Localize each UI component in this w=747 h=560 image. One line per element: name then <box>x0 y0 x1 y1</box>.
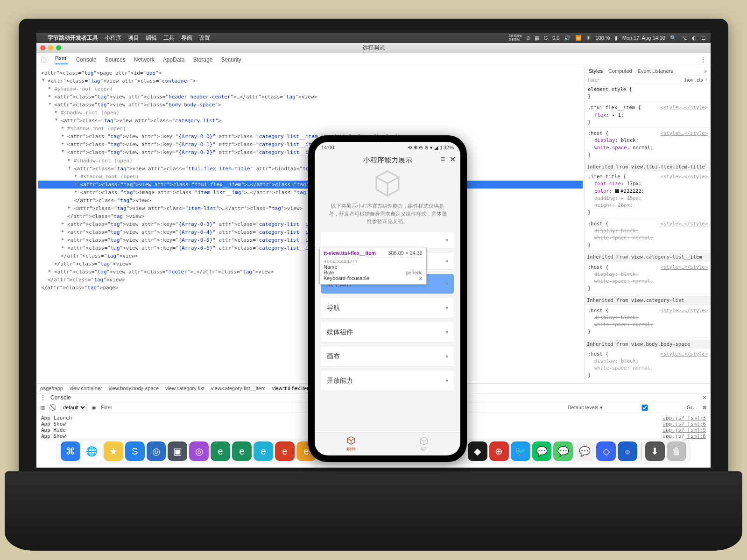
category-item[interactable]: 媒体组件▾ <box>321 322 454 342</box>
hover-toggle[interactable]: :hov <box>684 77 693 83</box>
window-control[interactable] <box>56 45 61 50</box>
phone-menu-icon[interactable]: ≡ <box>441 155 445 164</box>
breadcrumb-item[interactable]: view.category-list__item <box>211 385 266 391</box>
breadcrumb-item[interactable]: view.category-list <box>165 385 204 391</box>
drawer-close-icon[interactable]: ✕ <box>702 394 707 401</box>
dock-app[interactable]: 💬 <box>575 441 594 461</box>
context-select[interactable]: default <box>61 404 87 411</box>
dock-app[interactable]: ★ <box>104 441 123 461</box>
tree-node[interactable]: #shadow-root (open) <box>38 125 583 133</box>
menubar-item[interactable]: 编辑 <box>146 34 157 42</box>
css-rule[interactable]: :host {<style>…</style>display: block;wh… <box>588 220 708 249</box>
dock-app[interactable]: ⊕ <box>489 441 509 461</box>
dock-app[interactable]: 💬 <box>553 441 573 461</box>
category-item[interactable]: 开放能力▾ <box>321 371 454 391</box>
devtools-tab-security[interactable]: Security <box>221 56 241 63</box>
console-filter[interactable] <box>101 405 176 410</box>
dock-app[interactable]: ▣ <box>168 441 187 461</box>
dock-app[interactable]: e <box>232 441 252 461</box>
category-item[interactable]: tt-view.ttui-flex__item308.09 × 24.36 AC… <box>321 274 454 294</box>
styles-filter[interactable]: Filter <box>588 77 599 83</box>
tree-node[interactable]: <attr">class="tag">view attr">:key="{Arr… <box>38 133 583 140</box>
dock-app[interactable]: e <box>254 441 273 461</box>
css-rule[interactable]: element.style {} <box>588 86 708 100</box>
menubar-item[interactable]: 界面 <box>181 34 192 42</box>
styles-tab[interactable]: Computed <box>608 68 632 74</box>
category-item[interactable]: 导航▾ <box>321 298 454 318</box>
devtools-tab-console[interactable]: Console <box>76 56 97 63</box>
devtools-tab-appdata[interactable]: AppData <box>163 56 185 63</box>
dock-app[interactable]: ◎ <box>189 441 209 461</box>
spotlight-icon[interactable]: 🔍 <box>670 35 677 41</box>
console-settings-icon[interactable]: ⚙ <box>702 405 707 411</box>
css-rule[interactable]: .ttui-flex__item {<style>…</style>flex: … <box>588 104 708 126</box>
phone-tab-组件[interactable]: 组件 <box>315 433 388 455</box>
more-icon[interactable]: » <box>704 68 707 74</box>
dock-app[interactable]: e <box>275 441 295 461</box>
css-rule[interactable]: :host {<style>…</style>display: block;wh… <box>588 307 708 336</box>
more-icon[interactable]: ⋮ <box>700 56 706 63</box>
dock-app[interactable]: S <box>125 441 145 461</box>
drawer-menu-icon[interactable]: ⋮ <box>40 394 46 401</box>
notifications-icon[interactable]: ☰ <box>701 35 706 41</box>
phone-close-icon[interactable]: ✕ <box>450 155 456 164</box>
menubar-item[interactable]: 项目 <box>128 34 139 42</box>
sidebar-toggle-icon[interactable]: ▥ <box>40 405 45 411</box>
tree-node[interactable]: #shadow-root (open) <box>38 85 583 93</box>
group-similar-checkbox[interactable] <box>607 405 682 411</box>
battery-text: 100 % <box>595 35 610 41</box>
chevron-down-icon: ▾ <box>446 238 448 243</box>
dock-app[interactable]: ⌘ <box>61 441 80 461</box>
filter-eye-icon[interactable]: ◉ <box>92 405 96 411</box>
window-control[interactable] <box>40 45 45 50</box>
menubar-item[interactable]: 小程序 <box>105 34 121 42</box>
dock-app[interactable]: ◆ <box>468 441 487 461</box>
phone-tab-API[interactable]: API <box>388 433 460 455</box>
dock-app[interactable]: 💬 <box>532 441 552 461</box>
menubar-item[interactable]: 工具 <box>163 34 175 42</box>
tree-node[interactable]: <attr">class="tag">view attr">class="hea… <box>38 93 583 101</box>
clear-console-icon[interactable] <box>49 404 56 411</box>
devtools-tab-storage[interactable]: Storage <box>193 56 212 63</box>
tree-node[interactable]: <attr">class="tag">view attr">class="cat… <box>38 117 583 125</box>
control-center-icon[interactable]: ⌥ <box>681 35 687 41</box>
window-control[interactable] <box>48 45 53 50</box>
inspect-icon[interactable]: ⬚ <box>41 56 47 63</box>
dock-app[interactable]: ⬇ <box>645 441 665 461</box>
styles-tab[interactable]: Event Listeners <box>638 68 673 74</box>
dock-app[interactable]: 🗑 <box>667 441 686 461</box>
dock-app[interactable]: e <box>211 441 230 461</box>
breadcrumb-item[interactable]: view.body.body-space <box>109 385 159 391</box>
dock-app[interactable]: 🌐 <box>82 441 102 461</box>
devtools-tab-bxml[interactable]: Bxml <box>55 55 68 64</box>
dock-app[interactable]: 🐦 <box>511 441 530 461</box>
log-levels[interactable]: Default levels ▾ <box>568 405 603 411</box>
menubar-item[interactable]: 字节跳动开发者工具 <box>48 34 98 42</box>
console-tab[interactable]: Console <box>50 394 71 401</box>
siri-icon[interactable]: ◐ <box>692 35 697 41</box>
chevron-down-icon: ▾ <box>446 281 448 286</box>
macos-menubar[interactable]: 字节跳动开发者工具 小程序 项目 编辑 工具 界面 设置 38 KB/s 3 K… <box>36 33 711 43</box>
add-rule-button[interactable]: + <box>705 77 708 83</box>
tree-node[interactable]: <attr">class="tag">view attr">class="con… <box>38 77 583 85</box>
breadcrumb-item[interactable]: view.container <box>70 385 102 391</box>
devtools-tab-network[interactable]: Network <box>134 56 155 63</box>
menubar-item[interactable]: 设置 <box>199 34 210 42</box>
css-rule[interactable]: :host {<style>…</style>display: block;wh… <box>588 264 708 292</box>
devtools-tab-sources[interactable]: Sources <box>105 56 126 63</box>
tree-node[interactable]: <attr">class="tag">page attr">id="app"> <box>38 69 583 77</box>
breadcrumb-item[interactable]: page#app <box>40 385 63 391</box>
dock-app[interactable]: ◇ <box>596 441 616 461</box>
css-rule[interactable]: :host {<style>…</style>display: block;wh… <box>588 130 708 158</box>
css-rule[interactable]: .item-title {<style>…</style>font-size: … <box>588 173 708 216</box>
cls-toggle[interactable]: .cls <box>695 77 703 83</box>
dock-app[interactable]: ◎ <box>147 441 166 461</box>
tree-node[interactable]: <attr">class="tag">view attr">class="bod… <box>38 101 583 109</box>
css-rule[interactable]: :host {<style>…</style>display: block;wh… <box>588 350 708 379</box>
styles-tab[interactable]: Styles <box>589 68 603 74</box>
category-item[interactable]: 画布▾ <box>321 347 454 366</box>
dock-app[interactable]: ⟐ <box>618 441 637 461</box>
category-item[interactable]: ▾ <box>321 232 454 248</box>
network-speed: 38 KB/s 3 KB/s <box>509 34 522 42</box>
tree-node[interactable]: #shadow-root (open) <box>38 109 583 117</box>
